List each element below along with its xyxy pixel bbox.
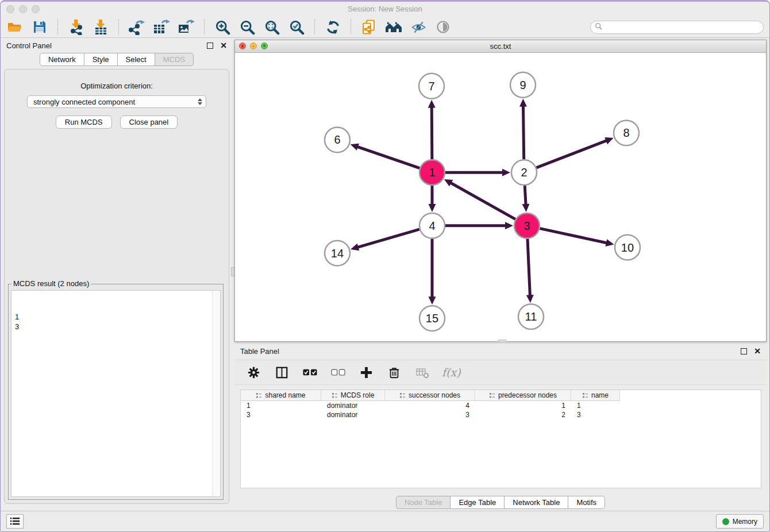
column-header-name[interactable]: name [571,390,620,401]
search-field[interactable] [590,21,764,34]
tab-mcds[interactable]: MCDS [155,53,194,66]
graph-edge-arrowhead [522,204,529,212]
graph-node-label: 15 [426,312,438,325]
column-header-successor-nodes[interactable]: successor nodes [385,390,475,401]
tab-style[interactable]: Style [84,53,118,66]
sort-icon [489,392,495,399]
import-table-icon[interactable] [92,18,109,36]
graph-edge-3-1[interactable] [450,183,515,219]
column-header-shared-name[interactable]: shared name [241,390,321,401]
app-window: Session: New Session [0,0,770,532]
search-input[interactable] [605,22,759,32]
network-minimize-icon[interactable]: - [250,43,257,49]
graph-edge-1-6[interactable] [357,147,419,168]
memory-button[interactable]: Memory [716,514,764,529]
cell-name: 3 [571,411,620,419]
run-mcds-button[interactable]: Run MCDS [56,115,112,129]
graph-node-label: 14 [331,247,344,260]
zoom-selected-icon[interactable] [288,18,305,36]
graph-edge-4-14[interactable] [357,229,419,247]
graph-edge-2-9[interactable] [523,106,523,160]
table-row[interactable]: 3dominator323 [241,410,761,419]
cell-shared-name: 3 [241,411,321,419]
task-history-button[interactable] [6,514,24,529]
deselect-all-checks-icon[interactable] [329,364,346,381]
float-table-panel-icon[interactable] [741,348,747,354]
delete-table-icon [414,364,431,381]
network-window: x - + scc.txt 1234678910111415 [234,40,767,342]
toolbar-separator [204,20,205,34]
function-builder-icon: f(x) [442,366,461,379]
add-column-icon[interactable] [357,364,375,381]
main-toolbar [1,17,769,38]
mcds-result-box: MCDS result (2 nodes) 1 3 [8,284,224,500]
export-network-icon[interactable] [128,18,145,36]
close-panel-icon[interactable]: ✕ [220,41,227,49]
network-zoom-icon[interactable]: + [261,43,268,49]
graph-edge-2-3[interactable] [525,186,526,205]
tab-select[interactable]: Select [118,53,155,66]
mcds-result-list[interactable]: 1 3 [11,290,221,497]
graph-node-label: 9 [519,79,526,91]
network-canvas[interactable]: 1234678910111415 [235,53,766,341]
node-table: shared nameMCDS rolesuccessor nodesprede… [240,390,761,488]
bullet-list-icon [10,517,20,526]
toolbar-separator [314,20,315,34]
graph-node-label: 10 [621,241,634,254]
zoom-out-icon[interactable] [238,18,256,36]
network-window-title: scc.txt [490,42,511,51]
export-image-icon[interactable] [178,18,195,36]
graph-edge-arrowhead [605,239,614,246]
graph-edge-3-11[interactable] [528,239,530,296]
sort-icon [256,392,262,399]
tab-motifs[interactable]: Motifs [568,496,605,509]
result-scrollbar[interactable] [212,291,220,496]
hide-selected-icon[interactable] [410,18,427,36]
graph-edge-arrowhead [429,296,436,304]
criterion-select[interactable]: strongly connected component [27,95,206,108]
zoom-fit-icon[interactable] [263,18,280,36]
select-all-checks-icon[interactable] [301,364,318,381]
table-body: 1dominator4113dominator323 [241,401,761,419]
show-all-icon[interactable] [434,18,452,36]
show-columns-icon[interactable] [273,364,290,381]
column-header-mcds-role[interactable]: MCDS role [321,390,385,401]
clone-network-icon[interactable] [360,18,378,36]
graph-edge-arrowhead [519,99,527,107]
tab-network[interactable]: Network [40,53,84,66]
export-table-icon[interactable] [153,18,170,36]
tab-network-table[interactable]: Network Table [505,496,568,509]
sort-icon [582,392,588,399]
cell-shared-name: 1 [241,402,321,410]
graph-edge-1-7[interactable] [432,107,432,160]
graph-node-label: 6 [334,133,340,146]
status-bar: Memory [1,511,769,531]
column-header-predecessor-nodes[interactable]: predecessor nodes [475,390,571,401]
save-session-icon[interactable] [31,18,48,36]
settings-gear-icon[interactable] [245,364,262,381]
graph-edge-arrowhead [505,222,513,229]
close-panel-button[interactable]: Close panel [120,115,178,129]
table-row[interactable]: 1dominator411 [241,401,761,410]
float-panel-icon[interactable] [207,43,213,49]
network-window-titlebar[interactable]: x - + scc.txt [235,40,766,53]
open-session-icon[interactable] [6,18,24,36]
import-network-icon[interactable] [67,18,84,36]
graph-edge-2-8[interactable] [536,140,607,167]
titlebar: Session: New Session [1,2,769,17]
table-toolbar: f(x) [234,360,767,385]
tab-edge-table[interactable]: Edge Table [451,496,505,509]
sort-icon [399,392,406,399]
horizontal-splitter-grip[interactable] [498,340,506,342]
first-neighbors-icon[interactable] [385,18,402,36]
zoom-in-icon[interactable] [214,18,231,36]
refresh-icon[interactable] [324,18,341,36]
memory-label: Memory [733,518,757,526]
graph-svg: 1234678910111415 [235,53,766,341]
close-table-panel-icon[interactable]: ✕ [754,347,761,355]
graph-edge-3-10[interactable] [540,229,607,243]
delete-column-icon[interactable] [386,364,403,381]
table-panel-title: Table Panel [240,347,279,356]
tab-node-table[interactable]: Node Table [396,496,451,509]
network-close-icon[interactable]: x [239,43,246,49]
